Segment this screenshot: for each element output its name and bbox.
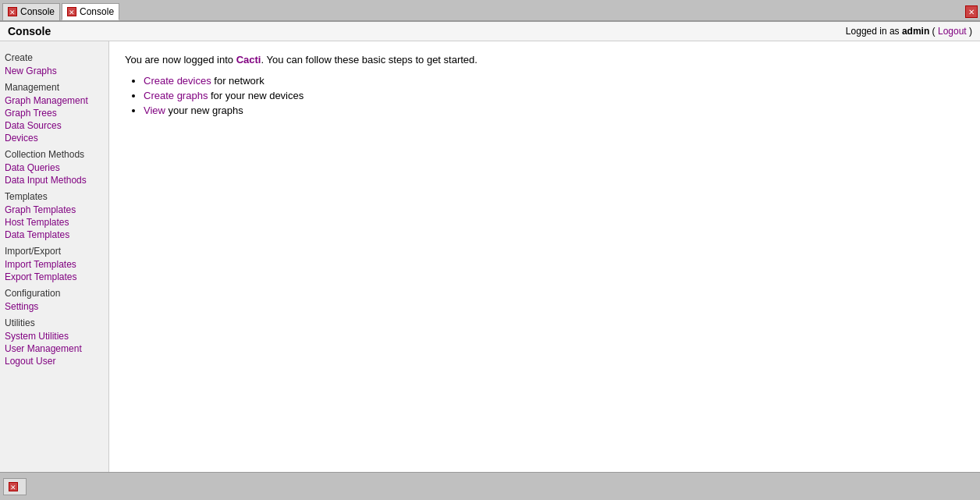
- sidebar-item-data-sources[interactable]: Data Sources: [5, 119, 104, 132]
- list-item: Create graphs for your new devices: [144, 90, 964, 101]
- tab-2-label: Console: [80, 6, 114, 17]
- main-container: Console Logged in as admin ( Logout ) Cr…: [0, 22, 980, 500]
- sidebar-item-settings[interactable]: Settings: [5, 300, 104, 313]
- sidebar-collection-header: Collection Methods: [5, 149, 104, 160]
- sidebar-item-data-queries[interactable]: Data Queries: [5, 161, 104, 174]
- sidebar: Create New Graphs Management Graph Manag…: [0, 41, 109, 472]
- sidebar-item-system-utilities[interactable]: System Utilities: [5, 330, 104, 342]
- tab-2[interactable]: ✕ Console: [62, 3, 119, 20]
- view-link[interactable]: View: [144, 105, 165, 116]
- sidebar-create-header: Create: [5, 52, 104, 63]
- sidebar-item-graph-templates[interactable]: Graph Templates: [5, 204, 104, 216]
- header-bar: Console Logged in as admin ( Logout ): [0, 22, 980, 41]
- list-item: Create devices for network: [144, 75, 964, 87]
- sidebar-item-host-templates[interactable]: Host Templates: [5, 216, 104, 229]
- tab-bar-filler: [121, 2, 965, 20]
- step-1-suffix: for your new devices: [208, 90, 304, 101]
- list-item: View your new graphs: [144, 105, 964, 116]
- bottom-tab-close-icon[interactable]: ✕: [9, 482, 18, 491]
- welcome-paragraph: You are now logged into Cacti. You can f…: [125, 54, 964, 66]
- step-0-suffix: for network: [211, 75, 265, 87]
- main-content: You are now logged into Cacti. You can f…: [109, 41, 980, 472]
- tab-1[interactable]: ✕ Console: [2, 3, 60, 20]
- welcome-intro: You are now logged into: [125, 54, 236, 66]
- sidebar-item-graph-trees[interactable]: Graph Trees: [5, 107, 104, 119]
- bottom-tab[interactable]: ✕: [3, 478, 27, 495]
- sidebar-configuration-header: Configuration: [5, 288, 104, 299]
- window-close-button[interactable]: ✕: [965, 5, 978, 18]
- steps-list: Create devices for network Create graphs…: [144, 75, 964, 116]
- sidebar-import-export-header: Import/Export: [5, 246, 104, 257]
- logout-link[interactable]: Logout: [938, 26, 967, 37]
- sidebar-item-devices[interactable]: Devices: [5, 132, 104, 144]
- tab-1-label: Console: [20, 6, 55, 17]
- sidebar-item-data-input-methods[interactable]: Data Input Methods: [5, 174, 104, 186]
- sidebar-item-data-templates[interactable]: Data Templates: [5, 229, 104, 241]
- create-devices-link[interactable]: Create devices: [144, 75, 211, 87]
- logged-in-text: Logged in as: [846, 26, 902, 37]
- content-area: Create New Graphs Management Graph Manag…: [0, 41, 980, 472]
- sidebar-item-logout-user[interactable]: Logout User: [5, 355, 104, 367]
- sidebar-item-export-templates[interactable]: Export Templates: [5, 271, 104, 283]
- sidebar-utilities-header: Utilities: [5, 317, 104, 328]
- step-2-suffix: your new graphs: [165, 105, 243, 116]
- sidebar-item-user-management[interactable]: User Management: [5, 342, 104, 355]
- bottom-tab-bar: ✕: [0, 472, 980, 500]
- sidebar-item-import-templates[interactable]: Import Templates: [5, 258, 104, 271]
- page-title: Console: [8, 25, 51, 37]
- tab-close-icon-1[interactable]: ✕: [8, 7, 17, 16]
- tab-bar: ✕ Console ✕ Console ✕: [0, 0, 980, 22]
- tab-close-icon-2[interactable]: ✕: [67, 7, 76, 16]
- login-status: Logged in as admin ( Logout ): [846, 26, 972, 37]
- sidebar-item-new-graphs[interactable]: New Graphs: [5, 65, 104, 77]
- sidebar-templates-header: Templates: [5, 191, 104, 202]
- create-graphs-link[interactable]: Create graphs: [144, 90, 208, 101]
- sidebar-management-header: Management: [5, 82, 104, 93]
- cacti-link[interactable]: Cacti: [236, 54, 261, 66]
- welcome-suffix: . You can follow these basic steps to ge…: [261, 54, 478, 66]
- sidebar-item-graph-management[interactable]: Graph Management: [5, 94, 104, 107]
- username: admin: [902, 26, 929, 37]
